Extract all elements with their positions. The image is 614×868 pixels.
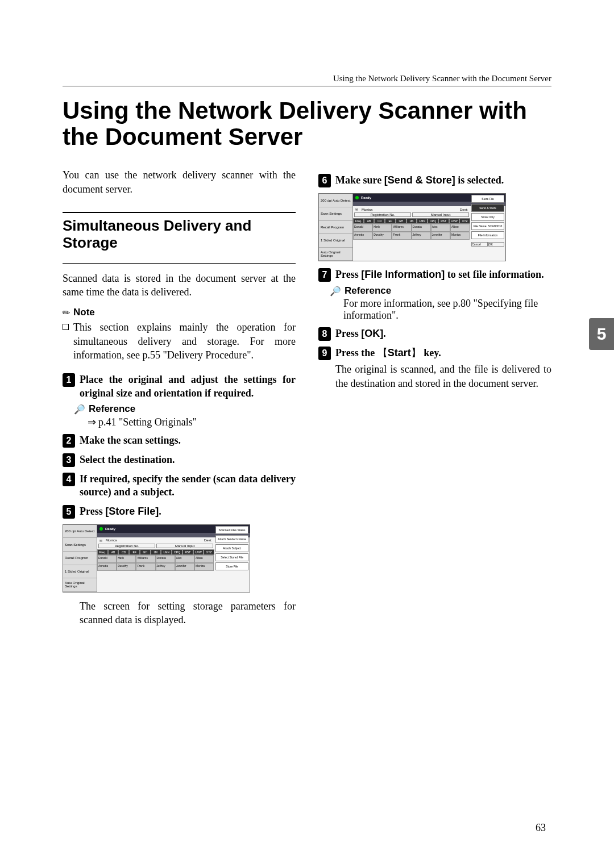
reference-label: Reference [89, 403, 135, 415]
after-step-9: The original is scanned, and the file is… [335, 362, 551, 390]
section-body: Scanned data is stored in the document s… [63, 272, 296, 299]
step-5-text: Press [Store File]. [80, 505, 161, 518]
running-header: Using the Network Delivery Scanner with … [63, 74, 551, 86]
step-2-text: Make the scan settings. [80, 434, 181, 447]
screenshot-send-store: 200 dpi Auto Detect Scan Settings Recall… [318, 193, 551, 261]
step-9-number: 9 [318, 347, 331, 360]
reference-label: Reference [345, 285, 391, 297]
step-6-text: Make sure [Send & Store] is selected. [335, 174, 504, 187]
step-5-number: 5 [63, 505, 75, 519]
note-text: This section explains mainly the operati… [73, 320, 296, 362]
page-title: Using the Network Delivery Scanner with … [63, 98, 551, 150]
step-8-number: 8 [318, 327, 331, 341]
chapter-tab: 5 [589, 318, 614, 350]
note-icon: ✎ [60, 306, 72, 319]
step-7-text: Press [File Information] to set file inf… [335, 268, 544, 281]
step-1-number: 1 [63, 373, 75, 387]
step-1-text: Place the original and adjust the settin… [80, 373, 296, 400]
step-3-text: Select the destination. [80, 453, 175, 466]
step-7-number: 7 [318, 268, 331, 282]
step-4-text: If required, specify the sender (scan da… [80, 473, 296, 499]
section-heading: Simultaneous Delivery and Storage [63, 218, 296, 252]
step-9-text: Press the Start key. [335, 347, 441, 360]
step-2-number: 2 [63, 434, 75, 448]
reference-icon: 🔎 [330, 286, 341, 297]
step-6-number: 6 [318, 174, 331, 187]
step-3-number: 3 [63, 453, 75, 467]
step-8-text: Press [OK]. [335, 327, 386, 340]
after-step-5: The screen for setting storage parameter… [80, 599, 296, 627]
intro-text: You can use the network delivery scanner… [63, 168, 296, 196]
reference-icon: 🔎 [74, 404, 85, 415]
reference-7-text: For more information, see p.80 "Specifyi… [343, 298, 551, 322]
note-label: Note [73, 307, 95, 318]
reference-1-text: ⇒p.41 "Setting Originals" [88, 416, 296, 428]
bullet-icon [63, 324, 69, 330]
screenshot-store-file: 200 dpi Auto Detect Scan Settings Recall… [63, 524, 296, 592]
step-4-number: 4 [63, 473, 75, 486]
page-number: 63 [536, 822, 546, 834]
